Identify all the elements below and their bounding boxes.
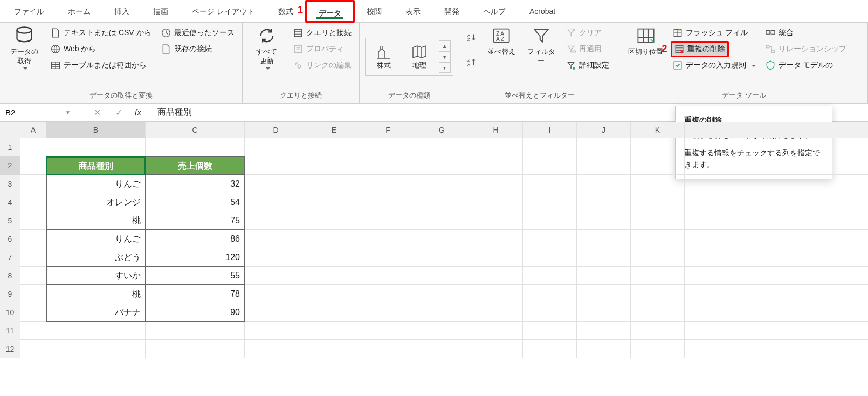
reapply-button[interactable]: 再適用 [564,41,611,57]
cell[interactable] [469,303,523,322]
cell[interactable] [577,340,631,358]
cell[interactable] [307,230,361,248]
cell[interactable]: オレンジ [46,193,146,211]
data-types-gallery[interactable]: 株式 地理 ▲ ▼ ▾ [365,38,453,76]
cell[interactable] [245,285,307,303]
cell[interactable] [245,175,307,193]
cancel-formula-button[interactable]: ✕ [86,107,108,118]
row-header[interactable]: 2 [0,156,20,175]
cell[interactable] [20,285,46,303]
cell[interactable] [361,322,415,340]
cell[interactable]: 桃 [46,285,146,303]
tab-developer[interactable]: 開発 [432,0,471,23]
insert-function-button[interactable]: fx [129,108,151,118]
cell[interactable] [307,322,361,340]
col-header-H[interactable]: H [469,122,523,138]
cell[interactable] [20,156,46,175]
cell[interactable] [361,248,415,267]
cell[interactable] [361,303,415,322]
tab-insert[interactable]: 挿入 [102,0,141,23]
remove-duplicates-button[interactable]: 重複の削除 [671,41,729,57]
advanced-filter-button[interactable]: 詳細設定 [564,57,611,73]
col-header-I[interactable]: I [523,122,577,138]
cell[interactable] [631,211,685,230]
cell[interactable] [523,138,577,156]
cell[interactable] [469,267,523,285]
cell[interactable]: 55 [146,267,245,285]
recent-sources-button[interactable]: 最近使ったソース [159,25,237,41]
cell[interactable]: バナナ [46,303,146,322]
cell[interactable] [20,303,46,322]
cell[interactable] [469,138,523,156]
cell[interactable]: りんご [46,230,146,248]
name-box-input[interactable] [4,107,71,118]
select-all-triangle[interactable] [0,122,20,138]
cell[interactable] [361,138,415,156]
cell[interactable]: 90 [146,303,245,322]
cell[interactable]: 桃 [46,211,146,230]
cell[interactable] [20,193,46,211]
cell[interactable] [415,138,469,156]
cell[interactable] [20,230,46,248]
row-header[interactable]: 5 [0,211,20,230]
name-box-dropdown[interactable]: ▼ [63,108,73,118]
cell[interactable] [245,248,307,267]
cell[interactable] [307,340,361,358]
consolidate-button[interactable]: 統合 [763,25,849,41]
cell[interactable] [631,322,685,340]
cell[interactable] [361,340,415,358]
cell[interactable] [469,340,523,358]
data-model-button[interactable]: データ モデルの [763,57,849,73]
cell[interactable]: 54 [146,193,245,211]
cell[interactable]: すいか [46,267,146,285]
cell[interactable] [361,285,415,303]
cell[interactable]: 商品種別 [46,156,146,175]
cell[interactable] [577,211,631,230]
cell[interactable] [245,303,307,322]
flash-fill-button[interactable]: フラッシュ フィル [671,25,758,41]
cell[interactable] [20,211,46,230]
col-header-F[interactable]: F [361,122,415,138]
cell[interactable] [20,248,46,267]
cell[interactable] [631,193,685,211]
cell[interactable] [245,230,307,248]
gallery-more-button[interactable]: ▾ [439,62,451,73]
cell[interactable] [577,230,631,248]
cell[interactable] [523,303,577,322]
row-header[interactable]: 4 [0,193,20,211]
sort-desc-button[interactable]: ZA [465,51,479,73]
cell[interactable] [245,340,307,358]
cell[interactable] [577,322,631,340]
clear-filter-button[interactable]: クリア [564,25,611,41]
cell[interactable] [245,156,307,175]
cell[interactable] [46,322,146,340]
get-data-button[interactable]: データの 取得 [5,25,43,70]
row-header[interactable]: 3 [0,175,20,193]
cell[interactable] [631,303,685,322]
refresh-all-button[interactable]: すべて 更新 [248,25,286,70]
cell[interactable] [577,303,631,322]
cell[interactable] [245,138,307,156]
cell[interactable] [20,267,46,285]
cell[interactable] [307,175,361,193]
cell[interactable] [631,175,685,193]
cell[interactable] [631,267,685,285]
cell[interactable]: 売上個数 [146,156,245,175]
cell[interactable] [146,138,245,156]
cell[interactable] [245,267,307,285]
col-header-A[interactable]: A [20,122,46,138]
cell[interactable] [631,340,685,358]
cell[interactable] [523,285,577,303]
cell[interactable]: 75 [146,211,245,230]
properties-button[interactable]: プロパティ [291,41,354,57]
tab-view[interactable]: 表示 [394,0,432,23]
row-header[interactable]: 9 [0,285,20,303]
cell[interactable] [361,211,415,230]
cell[interactable]: りんご [46,175,146,193]
stocks-type-button[interactable]: 株式 [368,43,400,70]
cell[interactable] [523,340,577,358]
cell[interactable] [307,248,361,267]
cell[interactable] [577,248,631,267]
row-header[interactable]: 7 [0,248,20,267]
text-to-columns-button[interactable]: 区切り位置 [626,25,665,57]
